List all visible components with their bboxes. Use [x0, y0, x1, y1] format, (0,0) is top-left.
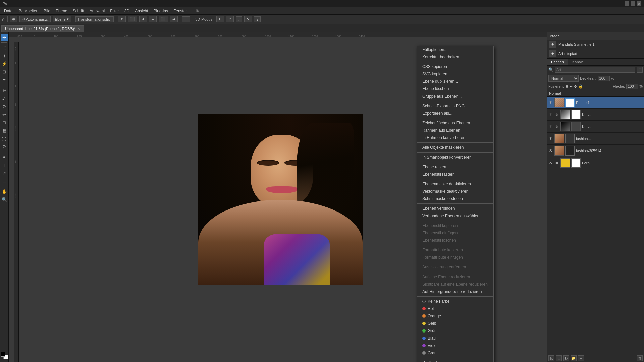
gradient-tool[interactable]: ▦ — [1, 127, 8, 134]
shape-tool[interactable]: ▭ — [1, 177, 8, 185]
menu-plugins[interactable]: Plug-ins — [151, 8, 171, 14]
ctx-item-delete[interactable]: Ebene löschen — [417, 85, 493, 93]
ctx-item-frame[interactable]: Rahmen aus Ebenen ... — [417, 127, 493, 134]
layer-row-ebene1[interactable]: 👁 Ebene 1 — [547, 97, 644, 109]
dodge-tool[interactable]: ⊙ — [1, 143, 8, 150]
ctx-item-korrektur[interactable]: Korrektur bearbeiten... — [417, 53, 493, 61]
auto-select-btn[interactable]: ☑ Autom. ausw. — [19, 16, 51, 22]
opacity-input[interactable] — [598, 76, 610, 81]
menu-bild[interactable]: Bild — [41, 8, 53, 14]
path-item-mandala[interactable]: ✦ Mandala-Symmetrie 1 — [547, 40, 644, 49]
align-top-btn[interactable]: ⬆ — [118, 16, 126, 22]
ctx-item-disablemask[interactable]: Ebenenmaske deaktivieren — [417, 180, 493, 188]
align-bot-btn[interactable]: ⬇ — [139, 16, 147, 22]
ctx-item-duplicate[interactable]: Ebene duplizieren... — [417, 78, 493, 85]
close-button[interactable]: ✕ — [637, 1, 641, 6]
menu-ansicht[interactable]: Ansicht — [132, 8, 151, 14]
3d-scale-btn[interactable]: ⤡ — [244, 16, 252, 22]
3d-rotate-btn[interactable]: ↻ — [216, 16, 224, 22]
align-right-btn[interactable]: ➡ — [170, 16, 178, 22]
ctx-item-postcard[interactable]: Postkarte — [417, 359, 493, 362]
layer-select-btn[interactable]: Ebene ▾ — [53, 16, 71, 22]
3d-slide-btn[interactable]: ↕ — [236, 16, 243, 22]
ctx-item-link[interactable]: Ebenen verbinden — [417, 205, 493, 212]
layer-eye-fashion2[interactable]: 👁 — [548, 148, 553, 153]
ctx-item-flatten3[interactable]: Auf Hintergrundebene reduzieren — [417, 288, 493, 295]
ctx-item-maskall[interactable]: Alle Objekte maskieren — [417, 144, 493, 151]
ctx-item-selectlinked[interactable]: Verbundene Ebenen auswählen — [417, 212, 493, 220]
add-group-btn[interactable]: 📁 — [571, 355, 577, 361]
add-style-btn[interactable]: fx — [548, 355, 554, 361]
ctx-color-orange[interactable]: Orange — [417, 312, 493, 320]
move-tool[interactable]: ✛ — [1, 34, 8, 41]
menu-datei[interactable]: Datei — [1, 8, 16, 14]
history-tool[interactable]: ↩ — [1, 111, 8, 118]
align-mid-btn[interactable]: ⬛ — [128, 16, 137, 22]
lasso-tool[interactable]: ⌇ — [1, 52, 8, 59]
marquee-tool[interactable]: ⬚ — [1, 44, 8, 51]
ctx-item-fulloptions[interactable]: Fülloptionen... — [417, 46, 493, 53]
maximize-button[interactable]: □ — [631, 1, 635, 6]
tab-kanaele[interactable]: Kanäle — [568, 59, 588, 65]
layer-row-farb[interactable]: 👁 ◼ Farb... — [547, 157, 644, 169]
layer-eye-fashion1[interactable]: 👁 — [548, 136, 553, 141]
ctx-item-smartobj[interactable]: In Smartobjekt konvertieren — [417, 154, 493, 161]
blur-tool[interactable]: ◯ — [1, 135, 8, 142]
add-mask-btn[interactable]: ⊟ — [556, 355, 562, 361]
align-center-btn[interactable]: ⬛ — [159, 16, 168, 22]
more-options-btn[interactable]: ... — [182, 16, 190, 22]
align-left-btn[interactable]: ⬅ — [149, 16, 157, 22]
ctx-color-grau[interactable]: Grau — [417, 349, 493, 357]
path-tool[interactable]: ↗ — [1, 169, 8, 177]
layer-search-input[interactable] — [555, 67, 635, 73]
document-tab[interactable]: Unbenannt-1 bei 21,3% (Ebene 1, RGB/8)* … — [1, 25, 84, 32]
ctx-color-blau[interactable]: Blau — [417, 335, 493, 342]
ctx-item-quickexport[interactable]: Schnell-Export als PNG — [417, 102, 493, 110]
fill-input[interactable] — [626, 84, 638, 89]
ctx-color-violett[interactable]: Violett — [417, 342, 493, 349]
tool-mode-btn[interactable]: ⊕ — [10, 16, 17, 22]
layer-row-fashion2[interactable]: 👁 fashion-305914... — [547, 145, 644, 157]
lock-pixels-icon[interactable]: ✒ — [570, 84, 573, 89]
transform-btn[interactable]: Transformationsstrp. — [75, 16, 114, 22]
lock-all-icon[interactable]: 🔒 — [578, 84, 583, 89]
ctx-color-rot[interactable]: Rot — [417, 305, 493, 312]
layer-row-kurv2[interactable]: 👁 ⊙ Kurv... — [547, 121, 644, 133]
ctx-item-rasterstyle[interactable]: Ebenenstil rastern — [417, 171, 493, 178]
ctx-item-clippingmask[interactable]: Schnittmaske erstellen — [417, 195, 493, 202]
layer-row-fashion1[interactable]: 👁 fashion... — [547, 133, 644, 145]
healing-tool[interactable]: ⊕ — [1, 86, 8, 94]
quick-select-tool[interactable]: ⚡ — [1, 60, 8, 67]
menu-auswahl[interactable]: Auswahl — [87, 8, 107, 14]
menu-schrift[interactable]: Schrift — [70, 8, 87, 14]
tab-close-icon[interactable]: ✕ — [77, 27, 80, 31]
layer-eye-farb[interactable]: 👁 — [548, 161, 553, 165]
add-layer-btn[interactable]: + — [578, 355, 584, 361]
ctx-color-none[interactable]: Keine Farbe — [417, 298, 493, 305]
menu-ebene[interactable]: Ebene — [53, 8, 70, 14]
ctx-item-css[interactable]: CSS kopieren — [417, 63, 493, 70]
clone-tool[interactable]: ⊙ — [1, 103, 8, 110]
layer-eye-kurv2[interactable]: 👁 — [548, 124, 553, 129]
menu-hilfe[interactable]: Hilfe — [190, 8, 203, 14]
ctx-color-gelb[interactable]: Gelb — [417, 320, 493, 327]
add-adjustment-btn[interactable]: ◐ — [563, 355, 569, 361]
path-item-working[interactable]: ✦ Arbeitspfad — [547, 49, 644, 58]
layer-eye-kurv1[interactable]: 👁 — [548, 112, 553, 117]
tab-ebenen[interactable]: Ebenen — [547, 59, 568, 65]
pen-tool[interactable]: ✒ — [1, 153, 8, 161]
eraser-tool[interactable]: ◻ — [1, 119, 8, 126]
lock-pos-icon[interactable]: ✛ — [574, 84, 577, 89]
zoom-tool[interactable]: 🔍 — [1, 196, 8, 203]
paths-panel-header[interactable]: Pfade — [547, 32, 644, 40]
menu-bearbeiten[interactable]: Bearbeiten — [16, 8, 41, 14]
ctx-item-convertframe[interactable]: In Rahmen konvertieren — [417, 134, 493, 141]
layer-row-kurv1[interactable]: 👁 ⊙ Kurv... — [547, 109, 644, 121]
ctx-item-group[interactable]: Gruppe aus Ebenen... — [417, 93, 493, 100]
blend-mode-dropdown[interactable]: Normal — [548, 75, 579, 82]
menu-filter[interactable]: Filter — [107, 8, 122, 14]
ctx-color-gruen[interactable]: Grün — [417, 327, 493, 335]
ctx-item-disablevmask[interactable]: Vektormaske deaktivieren — [417, 188, 493, 195]
menu-3d[interactable]: 3D — [122, 8, 132, 14]
layer-filter-btn[interactable]: ⊟ — [637, 67, 643, 73]
